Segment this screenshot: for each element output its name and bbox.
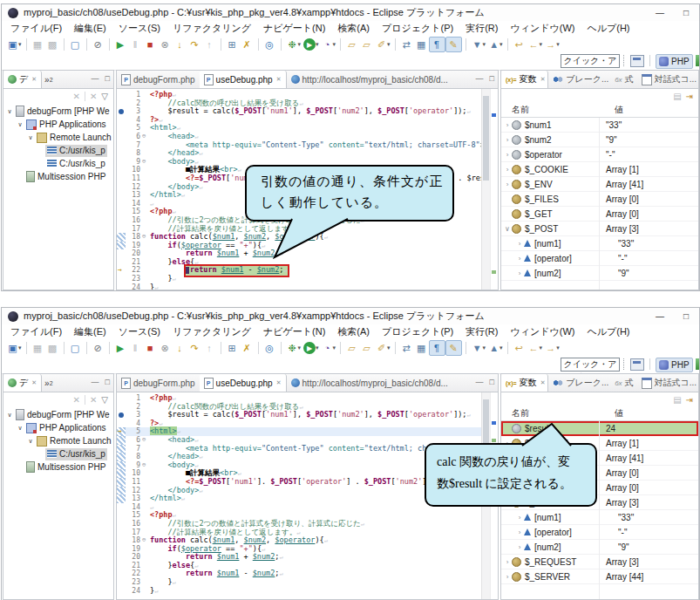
tree-expand-icon[interactable]: ∨ [16,121,24,128]
suspend-button[interactable]: ‖ [128,341,143,355]
tab-対話式コ...[interactable]: 対話式コ... [637,374,698,392]
debug-tree-item-Multisession PHP[interactable]: Multisession PHP [3,460,113,474]
link-editor-button[interactable]: ⇄ [399,341,414,355]
minimize-editor-icon[interactable]: — [476,74,484,83]
title-bar[interactable]: myproj_basic/ch08/useDebug.php - C:¥usr¥… [2,308,699,324]
scrollbar-thumb[interactable] [483,96,489,181]
menu-ファイル(F)[interactable]: ファイル(F) [4,22,68,35]
maximize-view-icon[interactable]: □ [105,74,110,83]
tab-http://localhost/myproj_basic/ch08/d...[interactable]: http://localhost/myproj_basic/ch08/d... [287,374,452,392]
profile-button-dropdown-icon[interactable]: ▾ [333,344,336,351]
expand-icon[interactable]: › [503,121,512,129]
expand-icon[interactable]: › [515,240,524,248]
debug-tree-item-Remote Launch[interactable]: ∨Remote Launch [3,434,113,447]
variable-row-[operator][interactable]: ›[operator]"-" [501,525,698,540]
show-commands-button[interactable]: ⊞ [225,38,240,51]
more-views-indicator[interactable]: »2 [42,374,55,392]
skip-breakpoints-button[interactable]: ⊘ [91,341,105,355]
step-over-button[interactable]: ↷ [187,38,202,51]
run-button[interactable]: ▶ [303,342,316,354]
outline-button[interactable]: ▦ [414,38,429,51]
collapse-all-icon[interactable]: ✕ [90,92,97,101]
variable-row-$num2[interactable]: ›$num2"9" [501,133,698,147]
tab-http://localhost/myproj_basic/ch08/d...[interactable]: http://localhost/myproj_basic/ch08/d... [287,71,452,88]
open-task-button[interactable]: ▱ [344,38,359,51]
terminate-button[interactable]: ■ [143,38,158,51]
suspend-button[interactable]: ‖ [128,38,143,51]
variable-row-$_POST[interactable]: ∨$_POSTArray [3] [501,222,698,236]
mark-occurrences-button-dropdown-icon[interactable]: ▾ [387,344,391,351]
next-annotation-button-dropdown-icon[interactable]: ▾ [483,344,486,351]
tab-式[interactable]: 6x式 [610,71,636,88]
save-button[interactable]: ▦ [31,341,45,355]
debug-perspective-icon-partial[interactable] [696,55,700,66]
collapse-all-icon[interactable]: ✕ [90,395,97,405]
debug-button-dropdown-icon[interactable]: ▾ [298,344,302,351]
tree-expand-icon[interactable]: ∨ [16,425,24,432]
expand-icon[interactable]: › [503,181,512,188]
expand-icon[interactable]: › [503,136,512,144]
tab-変数[interactable]: (x)=変数✕ [501,374,548,392]
variable-row-[num1][interactable]: ›[num1]"33" [501,510,698,525]
tab-debug-view[interactable]: デ ✕ [3,374,42,392]
remove-terminated-icon[interactable]: ✕ [73,395,80,405]
menu-ソース(S)[interactable]: ソース(S) [112,22,167,35]
back-button-dropdown-icon[interactable]: ▾ [540,344,543,351]
maximize-editor-icon[interactable]: □ [490,74,494,83]
variable-row-$operator[interactable]: ›$operator"-" [501,147,698,162]
more-views-indicator[interactable]: »2 [42,71,55,88]
breakpoint-icon[interactable] [119,412,124,418]
variable-row-[operator][interactable]: ›[operator]"-" [501,251,698,266]
minimize-button[interactable]: — [647,8,673,17]
variable-row-$num1[interactable]: ›$num1"33" [501,118,698,133]
profile-button-dropdown-icon[interactable]: ▾ [333,41,336,48]
php-perspective-button[interactable]: PHP [656,54,693,69]
fold-toggle-icon[interactable]: ⊖ [142,461,150,470]
collapse-expand-icon[interactable]: ⇥ [686,395,693,405]
debug-perspective-icon-partial[interactable] [696,358,700,370]
resume-button[interactable]: ▶ [113,341,128,355]
variable-row-[num1][interactable]: ›[num1]"33" [501,236,698,251]
tab-変数[interactable]: (x)=変数✕ [501,71,548,88]
menu-ヘルプ(H)[interactable]: ヘルプ(H) [581,22,635,35]
menu-実行(R)[interactable]: 実行(R) [459,22,504,35]
menu-ナビゲート(N)[interactable]: ナビゲート(N) [257,22,331,35]
expand-icon[interactable]: › [515,269,524,277]
expand-icon[interactable]: › [515,255,524,262]
menu-実行(R)[interactable]: 実行(R) [459,325,504,338]
terminate-button[interactable]: ■ [143,341,158,355]
show-whitespace-button[interactable]: ¶ [429,340,445,356]
new-wizard-button-dropdown-icon[interactable]: ▾ [18,41,22,48]
run-button[interactable]: ▶ [303,38,316,51]
menu-プロジェクト(P)[interactable]: プロジェクト(P) [376,22,459,35]
tree-expand-icon[interactable]: ∨ [5,108,14,115]
show-commands-button[interactable]: ⊞ [225,341,240,355]
expand-icon[interactable]: › [503,558,512,566]
collapse-expand-icon[interactable]: ⇥ [686,92,693,101]
debug-tree-item-C:/usr/kis_p[interactable]: C:/usr/kis_p [3,447,113,460]
fold-toggle-icon[interactable]: ⊖ [142,536,150,545]
maximize-editor-icon[interactable]: □ [490,378,494,386]
debug-tree-item-debugForm [PHP We[interactable]: ∨debugForm [PHP We [3,105,113,118]
close-tab-icon[interactable]: ✕ [31,379,37,386]
open-resource-button[interactable]: ▱ [359,341,374,355]
expand-icon[interactable]: › [515,514,524,522]
step-into-button[interactable]: ↓ [173,341,187,355]
open-resource-button[interactable]: ▱ [359,38,374,51]
column-name[interactable]: 名前 [501,104,609,116]
debug-tree-item-C:/usr/kis_p[interactable]: C:/usr/kis_p [3,157,113,170]
step-into-button[interactable]: ↓ [173,38,187,51]
editor-scrollbar[interactable]: ▲ [481,89,490,290]
next-annotation-button-dropdown-icon[interactable]: ▾ [483,41,486,48]
menu-検索(A)[interactable]: 検索(A) [331,22,376,35]
variable-row-$_ENV[interactable]: ›$_ENVArray [41] [501,177,698,192]
skip-breakpoints-button[interactable]: ⊘ [91,38,105,51]
external-tools-button[interactable]: ◎ [262,38,277,51]
menu-編集(E)[interactable]: 編集(E) [68,22,112,35]
debug-tree-item-PHP Applications[interactable]: ∨PHP Applications [3,118,113,131]
menu-ファイル(F)[interactable]: ファイル(F) [4,325,68,338]
link-editor-button[interactable]: ⇄ [399,38,414,51]
maximize-button[interactable]: □ [673,8,699,17]
highlight-button[interactable]: ✎ [445,37,462,52]
menu-ヘルプ(H)[interactable]: ヘルプ(H) [581,325,635,338]
